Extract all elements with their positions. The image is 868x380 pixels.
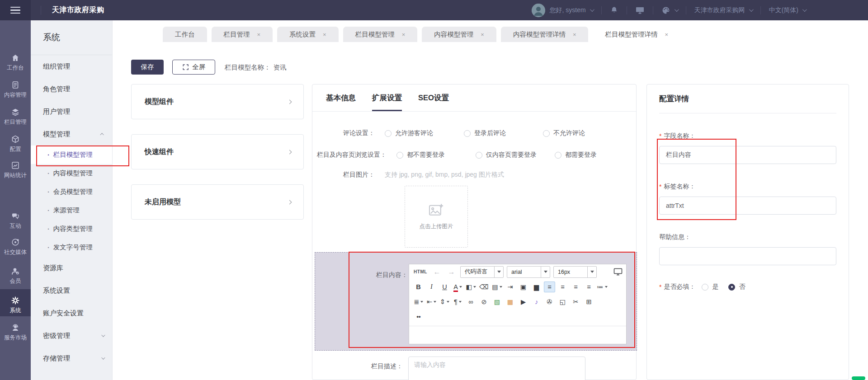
radio-option[interactable]: 是 xyxy=(702,283,718,291)
paste-icon[interactable]: ▣ xyxy=(518,281,529,292)
tab[interactable]: 栏目模型管理 xyxy=(343,27,418,42)
component-card[interactable]: 快速组件 xyxy=(131,134,304,169)
binoculars-icon[interactable]: ●● xyxy=(413,311,424,322)
tab[interactable]: 内容模型管理详情 xyxy=(501,27,589,42)
notification-bell-icon[interactable] xyxy=(610,6,618,14)
sidebar-item-storage-group[interactable]: 存储管理 xyxy=(31,347,112,370)
tab[interactable]: 栏目模型管理详情 xyxy=(593,27,680,42)
rail-item-interaction[interactable]: 互动 xyxy=(0,206,31,232)
chevron-down-icon[interactable] xyxy=(541,267,550,277)
sidebar-item-column-model[interactable]: 栏目模型管理 xyxy=(31,145,112,164)
font-family-select[interactable]: arial xyxy=(507,266,550,278)
video-icon[interactable]: ▶ xyxy=(518,296,529,307)
site-select[interactable]: 天津市政府采购网 xyxy=(694,6,752,14)
music-icon[interactable]: ♪ xyxy=(531,296,542,307)
close-icon[interactable] xyxy=(323,32,326,38)
preview-screen-icon[interactable] xyxy=(613,268,623,276)
rail-item-content[interactable]: 内容管理 xyxy=(0,75,31,101)
close-icon[interactable] xyxy=(257,32,261,38)
table-icon[interactable]: ⊞ xyxy=(583,296,594,307)
link-icon[interactable]: ∞ xyxy=(465,296,476,307)
close-icon[interactable] xyxy=(402,32,406,38)
rail-item-workbench[interactable]: 工作台 xyxy=(0,47,31,74)
tab[interactable]: 栏目管理 xyxy=(212,27,273,42)
remove-format-icon[interactable]: ⌫ xyxy=(478,281,490,292)
theme-picker[interactable] xyxy=(661,6,678,15)
sidebar-item-content-type[interactable]: 内容类型管理 xyxy=(31,220,112,238)
avatar[interactable] xyxy=(532,4,545,17)
highlight-color-icon[interactable]: ◧ xyxy=(465,281,476,292)
editor-content-area[interactable] xyxy=(409,326,626,344)
config-field-input[interactable] xyxy=(659,247,836,265)
ordered-list-icon[interactable]: ≔ xyxy=(596,281,608,292)
font-size-select[interactable]: 16px xyxy=(553,266,597,278)
cut-icon[interactable]: ✂ xyxy=(570,296,581,307)
media-icon[interactable]: ◱ xyxy=(557,296,568,307)
config-field-input[interactable] xyxy=(659,197,836,215)
italic-icon[interactable]: I xyxy=(426,281,437,292)
paragraph-icon[interactable]: ¶ xyxy=(452,296,463,307)
config-field-input[interactable] xyxy=(659,146,836,164)
radio-option[interactable]: 允许游客评论 xyxy=(385,129,464,137)
redo-icon[interactable]: → xyxy=(446,267,457,277)
indent-icon[interactable]: ⇥ xyxy=(505,281,516,292)
outdent-icon[interactable]: ⇤ xyxy=(426,296,437,307)
sidebar-item-system-settings[interactable]: 系统设置 xyxy=(31,279,112,302)
detail-tab[interactable]: SEO设置 xyxy=(418,93,449,111)
tab[interactable]: 工作台 xyxy=(163,27,207,42)
fullscreen-button[interactable]: 全屏 xyxy=(172,60,215,75)
format-painter-icon[interactable]: ▆ xyxy=(531,281,542,292)
unlink-icon[interactable]: ⊘ xyxy=(478,296,490,307)
component-card[interactable]: 未启用模型 xyxy=(131,184,304,220)
close-icon[interactable] xyxy=(481,32,484,38)
detail-tab[interactable]: 基本信息 xyxy=(326,93,356,111)
radio-option[interactable]: 仅内容页需要登录 xyxy=(476,151,555,159)
radio-option[interactable]: 登录后评论 xyxy=(464,129,543,137)
column-description-textarea[interactable] xyxy=(408,357,585,380)
radio-option[interactable]: 否 xyxy=(728,283,745,291)
sidebar-item-account-security[interactable]: 账户安全设置 xyxy=(31,302,112,324)
radio-option[interactable]: 不允许评论 xyxy=(543,129,622,137)
line-height-icon[interactable]: ⇕ xyxy=(439,296,450,307)
html-source-icon[interactable]: HTML xyxy=(413,267,428,277)
align-center-icon[interactable]: ≡ xyxy=(557,281,568,292)
align-justify-icon[interactable]: ≡ xyxy=(583,281,594,292)
close-icon[interactable] xyxy=(665,32,668,38)
align-left-icon[interactable]: ≡ xyxy=(544,281,555,292)
rail-item-service-market[interactable]: 服务市场 xyxy=(0,317,31,343)
rail-item-system[interactable]: 系统 xyxy=(0,289,31,316)
undo-icon[interactable]: ← xyxy=(431,267,443,277)
menu-toggle-icon[interactable] xyxy=(0,0,31,20)
chevron-down-icon[interactable] xyxy=(494,267,503,277)
rail-item-member[interactable]: 会员 xyxy=(0,261,31,287)
bold-icon[interactable]: B xyxy=(413,281,424,292)
detail-tab[interactable]: 扩展设置 xyxy=(372,93,402,111)
gallery-icon[interactable]: ▦ xyxy=(505,296,516,307)
sidebar-item-member-model[interactable]: 会员模型管理 xyxy=(31,183,112,201)
rail-item-social[interactable]: 社交媒体 xyxy=(0,232,31,258)
sidebar-item-org[interactable]: 组织管理 xyxy=(31,55,112,78)
user-menu[interactable]: 您好, system xyxy=(550,6,593,14)
editor-dropzone[interactable]: 栏目内容： HTML ← → xyxy=(315,252,637,351)
radio-option[interactable]: 都不需要登录 xyxy=(396,151,476,159)
sidebar-item-role[interactable]: 角色管理 xyxy=(31,78,112,100)
sidebar-item-content-model[interactable]: 内容模型管理 xyxy=(31,164,112,183)
tab[interactable]: 系统设置 xyxy=(277,27,339,42)
rail-item-config[interactable]: 配置 xyxy=(0,129,31,155)
close-icon[interactable] xyxy=(573,32,576,38)
sidebar-item-doc-number[interactable]: 发文字号管理 xyxy=(31,238,112,257)
font-color-icon[interactable]: A xyxy=(452,281,463,292)
sidebar-item-resource-lib[interactable]: 资源库 xyxy=(31,257,112,279)
sidebar-item-secret-level-group[interactable]: 密级管理 xyxy=(31,324,112,347)
upload-image-box[interactable]: 点击上传图片 xyxy=(405,186,468,248)
sidebar-item-source-mgmt[interactable]: 来源管理 xyxy=(31,201,112,220)
rail-item-stats[interactable]: 网站统计 xyxy=(0,155,31,181)
save-button[interactable]: 保存 xyxy=(131,60,164,75)
image-icon[interactable]: ▧ xyxy=(491,296,503,307)
tab[interactable]: 内容模型管理 xyxy=(422,27,496,42)
radio-option[interactable]: 都需要登录 xyxy=(555,151,634,159)
attachment-icon[interactable]: ✇ xyxy=(544,296,555,307)
underline-icon[interactable]: U xyxy=(439,281,450,292)
component-card[interactable]: 模型组件 xyxy=(131,84,304,119)
language-select[interactable]: 中文(简体) xyxy=(769,6,806,14)
